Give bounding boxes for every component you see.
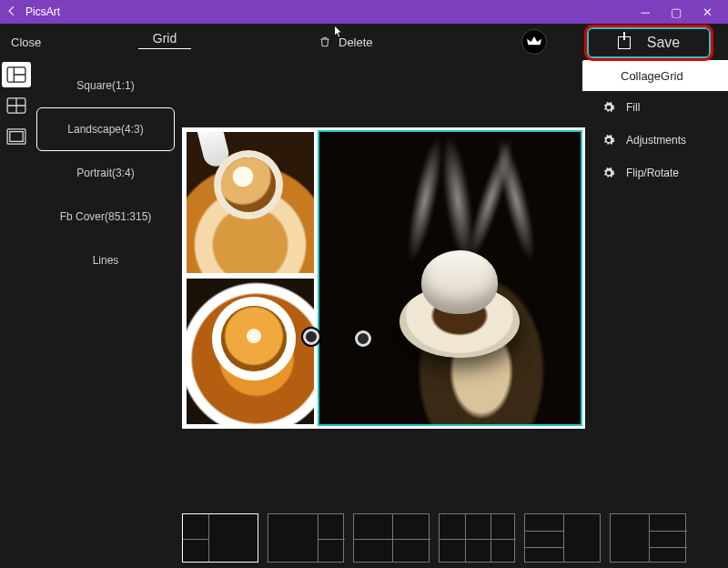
collage-cell-1[interactable] bbox=[187, 132, 314, 273]
right-panel: CollageGrid Fill Adjustments Flip/Rotate bbox=[582, 60, 728, 508]
template-thumb[interactable] bbox=[524, 513, 601, 563]
grid-tab[interactable]: Grid bbox=[138, 31, 191, 49]
delete-label: Delete bbox=[339, 36, 373, 49]
crown-icon bbox=[527, 36, 541, 47]
mode-frame-button[interactable] bbox=[2, 124, 31, 149]
right-panel-title[interactable]: CollageGrid bbox=[582, 60, 728, 91]
template-thumb[interactable] bbox=[610, 513, 686, 563]
template-tray bbox=[0, 508, 728, 568]
gear-icon bbox=[602, 101, 615, 114]
template-thumb[interactable] bbox=[182, 513, 258, 563]
collage-cell-3[interactable] bbox=[319, 132, 581, 424]
template-thumb[interactable] bbox=[353, 513, 430, 563]
premium-button[interactable] bbox=[521, 29, 547, 55]
ratio-option-fbcover[interactable]: Fb Cover(851:315) bbox=[36, 195, 175, 238]
save-button[interactable]: Save bbox=[587, 27, 711, 58]
canvas-area bbox=[178, 60, 582, 508]
svg-rect-3 bbox=[10, 132, 23, 142]
mode-grid-a-button[interactable] bbox=[2, 62, 31, 87]
collage-canvas[interactable] bbox=[182, 127, 585, 429]
maximize-button[interactable]: ▢ bbox=[661, 5, 692, 19]
ratio-panel: Square(1:1) Landscape(4:3) Portrait(3:4)… bbox=[33, 60, 178, 508]
toolbar: Close Grid Delete Save bbox=[0, 24, 728, 60]
share-icon bbox=[618, 36, 631, 49]
right-option-adjustments[interactable]: Adjustments bbox=[582, 124, 728, 157]
trash-icon bbox=[318, 35, 331, 49]
image-latte-art bbox=[187, 279, 314, 424]
collage-cell-2[interactable] bbox=[187, 279, 314, 424]
app-title: PicsArt bbox=[25, 5, 60, 18]
right-option-fliprotate[interactable]: Flip/Rotate bbox=[582, 157, 728, 189]
mode-icon-column bbox=[0, 60, 33, 508]
delete-button[interactable]: Delete bbox=[318, 35, 373, 49]
gear-icon bbox=[602, 167, 615, 179]
grid-handle[interactable] bbox=[303, 329, 319, 345]
ratio-option-lines[interactable]: Lines bbox=[36, 238, 175, 282]
image-latte-pour bbox=[187, 132, 314, 273]
image-coffee-steam bbox=[319, 132, 581, 424]
back-icon[interactable] bbox=[5, 5, 18, 20]
grid-handle[interactable] bbox=[355, 330, 371, 347]
save-label: Save bbox=[647, 35, 680, 51]
ratio-option-square[interactable]: Square(1:1) bbox=[36, 64, 175, 107]
ratio-option-landscape[interactable]: Landscape(4:3) bbox=[36, 107, 175, 151]
mode-grid-b-button[interactable] bbox=[2, 93, 31, 118]
minimize-button[interactable]: ─ bbox=[630, 5, 661, 19]
close-window-button[interactable]: ✕ bbox=[692, 5, 723, 19]
titlebar: PicsArt ─ ▢ ✕ bbox=[0, 0, 728, 24]
gear-icon bbox=[602, 134, 615, 147]
ratio-option-portrait[interactable]: Portrait(3:4) bbox=[36, 151, 175, 195]
close-button[interactable]: Close bbox=[11, 36, 64, 49]
template-thumb[interactable] bbox=[439, 513, 515, 563]
template-thumb[interactable] bbox=[268, 513, 344, 563]
right-option-fill[interactable]: Fill bbox=[582, 91, 728, 124]
